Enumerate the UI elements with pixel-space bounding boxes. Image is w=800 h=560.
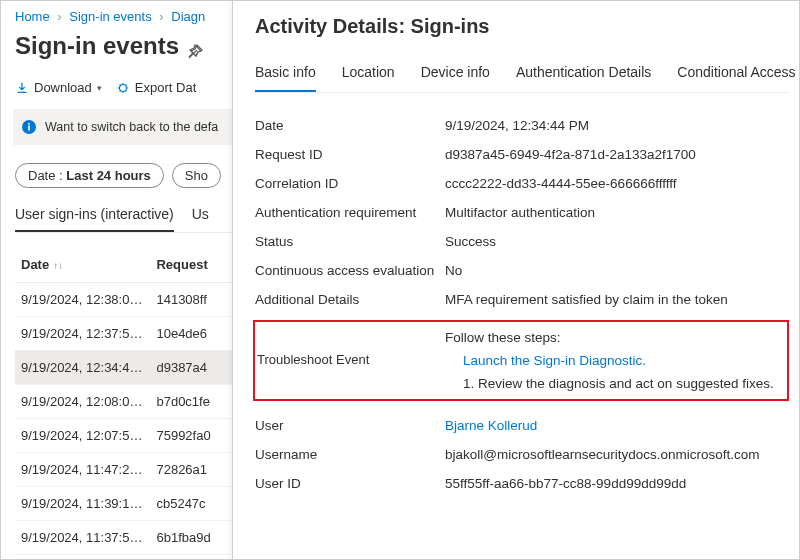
cell-request: 141308ff: [150, 283, 232, 317]
value-username: bjakoll@microsoftlearnsecuritydocs.onmic…: [445, 447, 760, 462]
cell-date: 9/19/2024, 12:34:44 ...: [15, 351, 150, 385]
value-user-link[interactable]: Bjarne Kollerud: [445, 418, 537, 433]
table-row[interactable]: 9/19/2024, 12:07:56 ...75992fa0: [15, 419, 232, 453]
tab-device-info[interactable]: Device info: [421, 60, 490, 92]
chevron-right-icon: ›: [159, 9, 163, 24]
label-troubleshoot: Troubleshoot Event: [255, 330, 445, 367]
breadcrumb-diagnose[interactable]: Diagn: [171, 9, 205, 24]
table-row[interactable]: 9/19/2024, 11:39:13 ...cb5247c: [15, 487, 232, 521]
tab-conditional-access[interactable]: Conditional Access: [677, 60, 795, 92]
subtab-interactive[interactable]: User sign-ins (interactive): [15, 200, 174, 232]
troubleshoot-step-1: 1. Review the diagnosis and act on sugge…: [445, 376, 774, 391]
panel-tabs: Basic info Location Device info Authenti…: [255, 60, 789, 93]
col-date[interactable]: Date↑↓: [15, 249, 150, 283]
table-row[interactable]: 9/19/2024, 12:38:04 ...141308ff: [15, 283, 232, 317]
cell-date: 9/19/2024, 12:37:57 ...: [15, 317, 150, 351]
cell-request: 75992fa0: [150, 419, 232, 453]
export-button[interactable]: Export Dat: [116, 80, 196, 95]
tab-location[interactable]: Location: [342, 60, 395, 92]
breadcrumb: Home › Sign-in events › Diagn: [15, 9, 232, 24]
label-date: Date: [255, 118, 445, 133]
cell-request: 10e4de6: [150, 317, 232, 351]
table-row[interactable]: 9/19/2024, 11:37:54 ...6b1fba9d: [15, 521, 232, 555]
subtabs: User sign-ins (interactive) Us: [15, 200, 232, 233]
info-banner: Want to switch back to the defa: [13, 109, 232, 145]
chevron-down-icon: ▾: [97, 83, 102, 93]
value-status: Success: [445, 234, 496, 249]
label-request-id: Request ID: [255, 147, 445, 162]
table-row[interactable]: 9/19/2024, 12:37:57 ...10e4de6: [15, 317, 232, 351]
signins-table: Date↑↓ Request 9/19/2024, 12:38:04 ...14…: [15, 249, 232, 555]
filter-pills: Date : Last 24 hours Sho: [15, 163, 232, 188]
chevron-right-icon: ›: [57, 9, 61, 24]
value-additional: MFA requirement satisfied by claim in th…: [445, 292, 728, 307]
tab-auth-details[interactable]: Authentication Details: [516, 60, 651, 92]
value-user-id: 55ff55ff-aa66-bb77-cc88-99dd99dd99dd: [445, 476, 686, 491]
info-icon: [21, 119, 37, 135]
pin-icon[interactable]: [187, 48, 203, 63]
troubleshoot-event-section: Troubleshoot Event Follow these steps: L…: [253, 320, 789, 401]
cell-request: 6b1fba9d: [150, 521, 232, 555]
sort-icon: ↑↓: [53, 260, 63, 271]
cell-request: cb5247c: [150, 487, 232, 521]
breadcrumb-signin-events[interactable]: Sign-in events: [69, 9, 151, 24]
cell-date: 9/19/2024, 11:39:13 ...: [15, 487, 150, 521]
value-auth-req: Multifactor authentication: [445, 205, 595, 220]
cell-request: b7d0c1fe: [150, 385, 232, 419]
value-request-id: d9387a45-6949-4f2a-871d-2a133a2f1700: [445, 147, 696, 162]
table-row[interactable]: 9/19/2024, 12:08:05 ...b7d0c1fe: [15, 385, 232, 419]
filter-show-pill[interactable]: Sho: [172, 163, 221, 188]
label-user-id: User ID: [255, 476, 445, 491]
label-additional: Additional Details: [255, 292, 445, 307]
panel-title: Activity Details: Sign-ins: [255, 15, 789, 38]
cell-date: 9/19/2024, 12:08:05 ...: [15, 385, 150, 419]
label-status: Status: [255, 234, 445, 249]
label-username: Username: [255, 447, 445, 462]
cell-date: 9/19/2024, 11:37:54 ...: [15, 521, 150, 555]
troubleshoot-intro: Follow these steps:: [445, 330, 774, 345]
table-row[interactable]: 9/19/2024, 11:47:23 ...72826a1: [15, 453, 232, 487]
col-request[interactable]: Request: [150, 249, 232, 283]
subtab-other[interactable]: Us: [192, 200, 209, 232]
filter-date-prefix: Date :: [28, 168, 66, 183]
breadcrumb-home[interactable]: Home: [15, 9, 50, 24]
label-auth-req: Authentication requirement: [255, 205, 445, 220]
filter-date-pill[interactable]: Date : Last 24 hours: [15, 163, 164, 188]
cell-request: 72826a1: [150, 453, 232, 487]
value-date: 9/19/2024, 12:34:44 PM: [445, 118, 589, 133]
label-user: User: [255, 418, 445, 433]
filter-date-value: Last 24 hours: [66, 168, 151, 183]
page-title: Sign-in events: [15, 32, 179, 60]
label-correlation-id: Correlation ID: [255, 176, 445, 191]
details-panel: Activity Details: Sign-ins Basic info Lo…: [232, 0, 800, 560]
value-correlation-id: cccc2222-dd33-4444-55ee-666666ffffff: [445, 176, 676, 191]
export-label: Export Dat: [135, 80, 196, 95]
table-row[interactable]: 9/19/2024, 12:34:44 ...d9387a4: [15, 351, 232, 385]
command-bar: Download ▾ Export Dat: [15, 80, 232, 95]
launch-diagnostic-link[interactable]: Launch the Sign-in Diagnostic.: [445, 353, 774, 368]
cell-date: 9/19/2024, 11:47:23 ...: [15, 453, 150, 487]
cell-date: 9/19/2024, 12:38:04 ...: [15, 283, 150, 317]
value-cae: No: [445, 263, 462, 278]
tab-basic-info[interactable]: Basic info: [255, 60, 316, 92]
cell-date: 9/19/2024, 12:07:56 ...: [15, 419, 150, 453]
svg-rect-3: [28, 123, 30, 125]
svg-rect-2: [28, 126, 30, 131]
info-banner-text: Want to switch back to the defa: [45, 120, 218, 134]
download-label: Download: [34, 80, 92, 95]
label-cae: Continuous access evaluation: [255, 263, 445, 278]
cell-request: d9387a4: [150, 351, 232, 385]
download-button[interactable]: Download ▾: [15, 80, 102, 95]
